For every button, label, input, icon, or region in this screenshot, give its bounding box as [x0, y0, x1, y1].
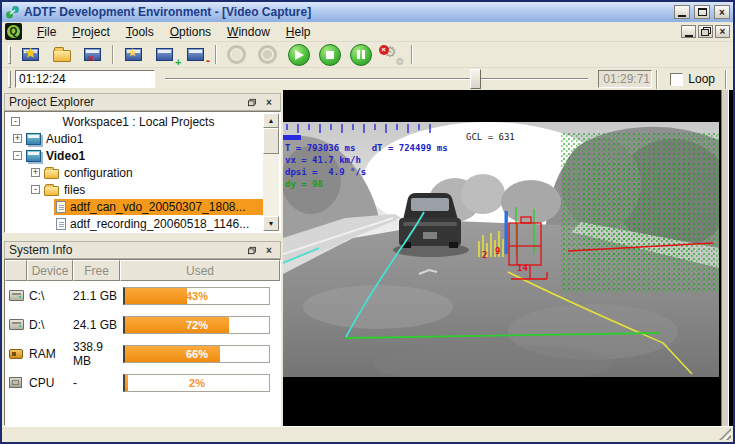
minimize-button[interactable]: [674, 5, 690, 19]
table-header-row: Device Free Used: [5, 260, 280, 281]
project-explorer-close-button[interactable]: ×: [262, 96, 276, 109]
column-header-device[interactable]: Device: [27, 260, 73, 281]
usage-percent: 66%: [125, 346, 269, 362]
column-header-used[interactable]: Used: [120, 260, 280, 281]
scrollbar-thumb[interactable]: [263, 128, 279, 154]
video-viewport[interactable]: GCL = 631 T = 793036 ms dT = 724499 ms v…: [283, 90, 733, 426]
transport-grip[interactable]: [8, 70, 11, 88]
menubar: Q File Project Tools Options Window Help…: [2, 22, 733, 42]
object-marker-label: 9: [495, 246, 500, 256]
tree-item-audio1[interactable]: + Audio1: [6, 130, 263, 147]
gcl-overlay-text: GCL = 631: [466, 132, 515, 142]
mdi-restore-icon: [701, 27, 711, 36]
tree-item-configuration[interactable]: + configuration: [6, 164, 263, 181]
project-explorer-title: Project Explorer: [9, 95, 242, 109]
window-title: ADTF Development Environment - [Video Ca…: [24, 5, 670, 19]
menu-file[interactable]: File: [29, 23, 64, 41]
close-project-button[interactable]: ×: [77, 43, 108, 66]
seek-track[interactable]: [165, 78, 588, 80]
mdi-close-button[interactable]: ×: [715, 25, 730, 38]
tree-item-file-selected[interactable]: adtf_can_vdo_20050307_1808...: [6, 198, 263, 215]
tree-item-files[interactable]: - files: [6, 181, 263, 198]
mdi-restore-button[interactable]: [698, 25, 713, 38]
mdi-window-controls: ×: [681, 25, 730, 38]
close-button[interactable]: ×: [714, 5, 730, 19]
menu-options[interactable]: Options: [162, 23, 219, 41]
project-explorer-float-button[interactable]: [245, 96, 259, 109]
project-icon: [26, 133, 41, 145]
mdi-minimize-button[interactable]: [681, 25, 696, 38]
seek-slider[interactable]: [165, 69, 588, 89]
seek-button[interactable]: [221, 43, 252, 66]
device-name: C:\: [29, 289, 73, 303]
close-icon: ×: [719, 7, 725, 18]
tree-item-workspace[interactable]: - Workspace1 : Local Projects: [6, 113, 263, 130]
device-name: D:\: [29, 318, 73, 332]
expander-icon[interactable]: -: [11, 117, 20, 126]
loop-checkbox[interactable]: [670, 73, 683, 86]
tree-item-label: Video1: [46, 149, 85, 163]
maximize-button[interactable]: [694, 5, 710, 19]
tree-root-label: Workspace1 : Local Projects: [24, 115, 263, 129]
toolbar: ★ × ★ + - ⚙⚙×: [2, 42, 733, 68]
telemetry-green-text: dy = 98: [285, 179, 323, 189]
open-project-button[interactable]: [46, 43, 77, 66]
menu-window[interactable]: Window: [219, 23, 278, 41]
detach-filter-button[interactable]: -: [180, 43, 211, 66]
viewport-frame-edge: [721, 90, 729, 426]
toolbar-grip[interactable]: [8, 46, 11, 64]
tree-item-video1[interactable]: - Video1: [6, 147, 263, 164]
resize-grip-icon[interactable]: [719, 428, 731, 440]
attach-filter-icon: +: [156, 48, 173, 61]
tree-item-label: files: [64, 183, 85, 197]
abort-button[interactable]: ⚙⚙×: [376, 43, 407, 66]
tree-scrollbar[interactable]: ▲ ▼: [263, 113, 279, 231]
close-icon: ×: [266, 97, 272, 108]
panel-splitter[interactable]: [4, 233, 281, 241]
play-button[interactable]: [283, 43, 314, 66]
system-info-title: System Info: [9, 243, 242, 257]
system-info-close-button[interactable]: ×: [262, 244, 276, 257]
attach-filter-button[interactable]: +: [149, 43, 180, 66]
stop-button[interactable]: [314, 43, 345, 66]
menu-help[interactable]: Help: [278, 23, 319, 41]
expander-icon[interactable]: -: [13, 151, 22, 160]
menu-tools[interactable]: Tools: [118, 23, 162, 41]
loop-label[interactable]: Loop: [688, 72, 715, 86]
pause-button[interactable]: [345, 43, 376, 66]
expander-icon[interactable]: +: [31, 168, 40, 177]
new-window-button[interactable]: ★: [118, 43, 149, 66]
column-header-icon[interactable]: [5, 260, 27, 281]
device-name: RAM: [29, 347, 73, 361]
stop-icon: [319, 44, 341, 66]
usage-percent: 72%: [125, 317, 269, 333]
app-menu-button[interactable]: Q: [5, 23, 22, 40]
detach-filter-icon: -: [187, 48, 204, 61]
hard-drive-icon: [9, 319, 24, 330]
transport-bar: 01:12:24 01:29:71 Loop: [2, 68, 733, 90]
scroll-down-icon[interactable]: ▼: [263, 216, 279, 231]
project-icon: [26, 150, 41, 162]
column-header-free[interactable]: Free: [73, 260, 120, 281]
total-time-display: 01:29:71: [598, 70, 652, 88]
expander-icon[interactable]: -: [31, 185, 40, 194]
elapsed-time-field[interactable]: 01:12:24: [15, 70, 155, 88]
titlebar[interactable]: ADTF Development Environment - [Video Ca…: [2, 2, 733, 22]
menu-project[interactable]: Project: [64, 23, 117, 41]
scroll-up-icon[interactable]: ▲: [263, 113, 279, 128]
record-button[interactable]: [252, 43, 283, 66]
tree-item-file[interactable]: adtf_recording_20060518_1146...: [6, 215, 263, 232]
pause-icon: [350, 44, 372, 66]
expander-icon[interactable]: +: [13, 134, 22, 143]
minimize-icon: [678, 15, 686, 17]
telemetry-yawrate-text: dpsi = 4.9 °/s: [285, 167, 366, 177]
system-info-header: System Info ×: [4, 241, 281, 259]
usage-percent: 2%: [125, 375, 269, 391]
system-info-float-button[interactable]: [245, 244, 259, 257]
seek-handle[interactable]: [470, 69, 481, 89]
new-project-button[interactable]: ★: [15, 43, 46, 66]
left-dock: Project Explorer × - Workspace1 : Local …: [2, 90, 283, 426]
free-value: 338.9 MB: [73, 340, 123, 368]
hard-drive-icon: [9, 290, 24, 301]
tree-item-label: adtf_recording_20060518_1146...: [70, 217, 249, 231]
